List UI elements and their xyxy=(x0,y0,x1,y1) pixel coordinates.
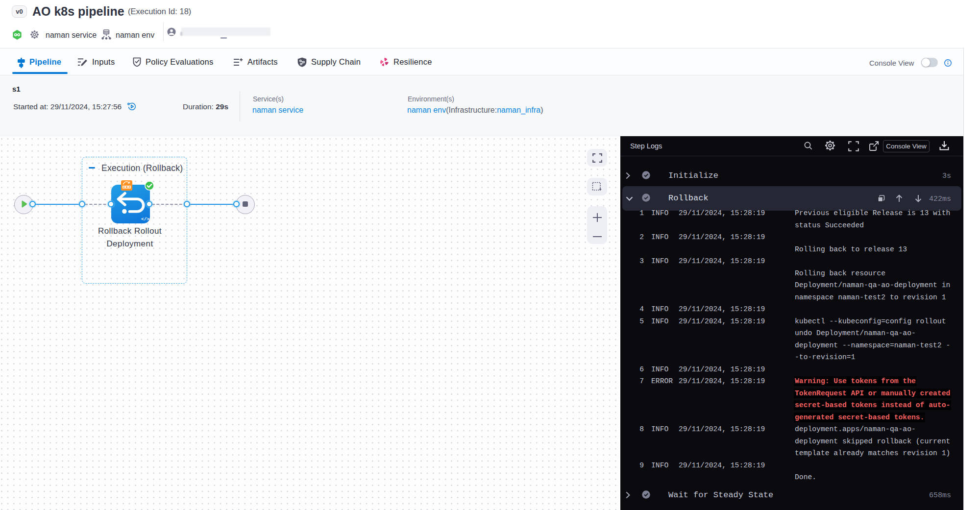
svg-text:</>: </> xyxy=(141,217,149,222)
